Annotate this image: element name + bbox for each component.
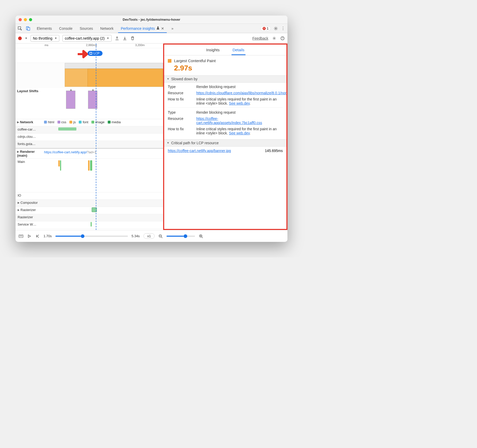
section-slowed-down[interactable]: ▼Slowed down by xyxy=(164,75,286,83)
maximize-window-button[interactable] xyxy=(29,18,32,21)
flame-block[interactable] xyxy=(88,69,163,87)
resource-link[interactable]: https://coffee-cart.netlify.app/assets/i… xyxy=(196,117,262,125)
zoom-in-icon[interactable] xyxy=(199,234,203,239)
play-icon[interactable] xyxy=(27,234,32,239)
tab-sources[interactable]: Sources xyxy=(76,24,97,33)
svg-rect-2 xyxy=(28,27,30,30)
minimize-window-button[interactable] xyxy=(24,18,27,21)
lcp-marker[interactable]: LCP xyxy=(88,51,103,56)
recording-select[interactable]: coffee-cart.netlify.app (2)▼ xyxy=(62,35,111,42)
layout-shifts-track: Layout Shifts xyxy=(16,88,163,119)
svg-point-3 xyxy=(275,28,277,29)
webdev-link[interactable]: See web.dev xyxy=(229,131,250,135)
details-tabbar: Insights Details xyxy=(164,45,286,55)
main-tabbar: Elements Console Sources Network Perform… xyxy=(16,24,287,33)
tab-elements[interactable]: Elements xyxy=(33,24,55,33)
playback-bar: 1.70s 5.34s x1 xyxy=(16,230,287,242)
task-bar[interactable] xyxy=(88,160,90,171)
renderer-url-link[interactable]: https://coffee-cart.netlify.app/ xyxy=(44,150,87,154)
zoom-slider[interactable] xyxy=(167,236,195,237)
svg-text:?: ? xyxy=(282,37,283,40)
screenshots-toggle-icon[interactable] xyxy=(19,234,23,239)
annotation-arrow-icon xyxy=(77,50,90,60)
network-legend: html css js font image media xyxy=(44,119,163,126)
main-flame-track xyxy=(16,63,163,88)
zoom-out-icon[interactable] xyxy=(158,234,163,239)
section-critical-path[interactable]: ▼Critical path for LCP resource xyxy=(164,139,286,147)
playback-end-time: 5.34s xyxy=(132,234,140,238)
tabs-overflow[interactable]: » xyxy=(168,24,177,33)
titlebar: DevTools - jec.fyi/demo/menu-hover xyxy=(16,16,287,24)
settings-small-gear-icon[interactable] xyxy=(272,36,277,41)
record-menu-chevron-icon[interactable]: ▼ xyxy=(25,37,27,40)
tab-insights-right[interactable]: Insights xyxy=(206,45,220,55)
zoom-level[interactable]: x1 xyxy=(143,233,155,239)
settings-gear-icon[interactable] xyxy=(273,26,278,31)
resource-link[interactable]: https://cdnjs.cloudflare.com/ajax/libs/n… xyxy=(196,91,287,95)
critical-resource-time: 145.695ms xyxy=(265,149,283,153)
delete-icon[interactable] xyxy=(130,36,135,41)
tab-network[interactable]: Network xyxy=(97,24,117,33)
critical-path-row: https://coffee-cart.netlify.app/banner.j… xyxy=(164,147,286,155)
flame-block[interactable] xyxy=(65,63,163,69)
playback-start-time: 1.70s xyxy=(44,234,52,238)
svg-point-4 xyxy=(274,38,275,39)
lcp-summary: Largest Contentful Paint 2.97s xyxy=(164,55,286,75)
rasterizer-track-2[interactable]: Rasterizer xyxy=(16,214,163,221)
tab-details-right[interactable]: Details xyxy=(233,45,244,55)
renderer-track-header: ▶Renderer (main) https://coffee-cart.net… xyxy=(16,148,163,159)
lcp-value: 2.97s xyxy=(174,64,283,72)
main-thread-track: Main xyxy=(16,159,163,192)
rewind-icon[interactable] xyxy=(35,234,40,239)
lcp-square-icon xyxy=(90,52,92,55)
throttling-select[interactable]: No throttling▼ xyxy=(31,35,59,42)
network-row[interactable]: fonts.gsta… xyxy=(16,141,163,148)
io-track[interactable]: IO xyxy=(16,192,163,200)
layout-shift-thumbnail[interactable] xyxy=(66,91,75,109)
close-tab-icon[interactable]: ✕ xyxy=(161,26,164,31)
task-bar[interactable] xyxy=(91,222,92,227)
export-icon[interactable] xyxy=(115,36,119,41)
lcp-color-swatch-icon xyxy=(168,59,171,63)
playhead-line[interactable] xyxy=(96,44,96,230)
task-bar[interactable] xyxy=(60,160,61,171)
service-worker-track[interactable]: Service W… xyxy=(16,221,163,229)
rasterizer-track[interactable]: ▶Rasterizer xyxy=(16,207,163,214)
tab-console[interactable]: Console xyxy=(55,24,76,33)
devtools-window: DevTools - jec.fyi/demo/menu-hover Eleme… xyxy=(16,16,287,242)
svg-rect-8 xyxy=(20,236,23,236)
timeline-ruler: ms 2,880ms 3,200m xyxy=(16,44,163,48)
timeline-panel: ms 2,880ms 3,200m LCP Layout Shifts xyxy=(16,44,163,230)
insights-toolbar: ▼ No throttling▼ coffee-cart.netlify.app… xyxy=(16,33,287,44)
network-bar[interactable] xyxy=(58,127,76,131)
content-area: ms 2,880ms 3,200m LCP Layout Shifts xyxy=(16,44,287,230)
kebab-menu-icon[interactable]: ⋮ xyxy=(281,26,285,31)
compositor-track[interactable]: ▶Compositor xyxy=(16,200,163,207)
slowed-down-item-1: TypeRender blocking request Resourcehttp… xyxy=(164,83,286,139)
network-row[interactable]: coffee-car… xyxy=(16,126,163,134)
inspect-icon[interactable] xyxy=(18,26,22,31)
task-bar[interactable] xyxy=(58,160,60,167)
feedback-link[interactable]: Feedback xyxy=(252,36,268,40)
insights-marker-row: LCP xyxy=(16,48,163,63)
network-track-header: ▶Network html css js font image media xyxy=(16,119,163,126)
window-title: DevTools - jec.fyi/demo/menu-hover xyxy=(123,18,180,21)
device-toggle-icon[interactable] xyxy=(26,26,31,31)
lcp-title: Largest Contentful Paint xyxy=(174,59,216,63)
details-panel: Insights Details Largest Contentful Pain… xyxy=(163,44,287,230)
record-button[interactable] xyxy=(18,37,22,40)
error-icon: ✕ xyxy=(263,27,266,30)
flask-icon xyxy=(156,26,160,31)
help-icon[interactable]: ? xyxy=(280,36,285,41)
critical-resource-link[interactable]: https://coffee-cart.netlify.app/banner.j… xyxy=(168,149,231,153)
window-controls xyxy=(19,18,32,21)
close-window-button[interactable] xyxy=(19,18,22,21)
tab-performance-insights[interactable]: Performance insights ✕ xyxy=(117,24,168,33)
import-icon[interactable] xyxy=(122,36,127,41)
task-bar[interactable] xyxy=(90,160,92,171)
playback-slider[interactable] xyxy=(55,236,128,237)
error-count-badge[interactable]: ✕ 1 xyxy=(260,26,271,31)
network-row[interactable]: cdnjs.clou… xyxy=(16,134,163,141)
webdev-link[interactable]: See web.dev xyxy=(229,101,250,105)
